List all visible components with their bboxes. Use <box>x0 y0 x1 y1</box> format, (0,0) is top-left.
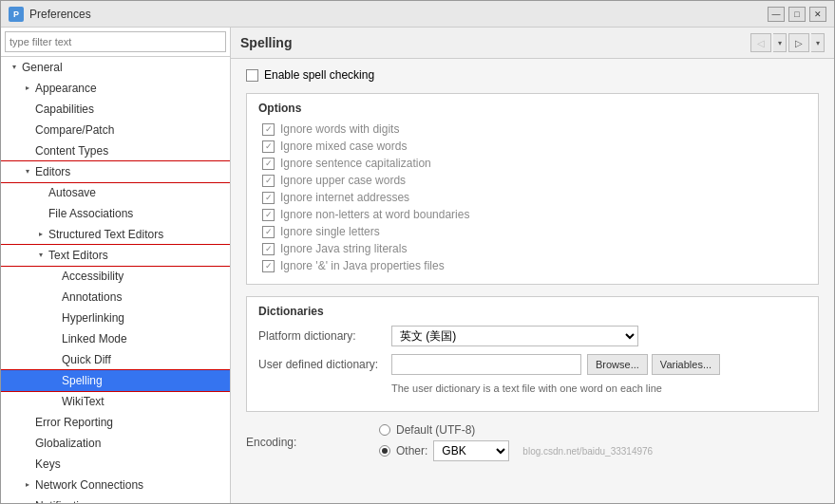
option-row-opt6: ✓Ignore non-letters at word boundaries <box>258 208 807 221</box>
checkbox-opt6[interactable]: ✓ <box>262 209 275 221</box>
forward-button[interactable]: ▷ <box>788 33 809 52</box>
spell-check-checkbox[interactable] <box>246 69 258 82</box>
dict-buttons: Browse... Variables... <box>587 354 720 375</box>
option-label-opt9: Ignore '&' in Java properties files <box>280 259 445 272</box>
sidebar-item-compare-patch[interactable]: Compare/Patch <box>1 120 230 140</box>
sidebar-item-notifications[interactable]: Notifications <box>1 495 230 503</box>
expand-icon-annotations <box>48 291 60 303</box>
encoding-select[interactable]: GBK <box>433 440 509 461</box>
sidebar-item-annotations[interactable]: Annotations <box>1 287 230 308</box>
default-encoding-label: Default (UTF-8) <box>396 423 475 437</box>
user-dict-input[interactable] <box>391 354 581 375</box>
option-row-opt9: ✓Ignore '&' in Java properties files <box>258 259 807 272</box>
sidebar-item-autosave[interactable]: Autosave <box>1 182 230 203</box>
sidebar-label-quick-diff: Quick Diff <box>62 351 111 368</box>
title-bar: P Preferences — □ ✕ <box>1 1 834 28</box>
main-content: ▾General▸AppearanceCapabilitiesCompare/P… <box>1 28 834 503</box>
expand-icon-error-reporting <box>22 417 33 428</box>
sidebar-item-content-types[interactable]: Content Types <box>1 140 230 161</box>
sidebar-label-spelling: Spelling <box>62 372 103 389</box>
sidebar-item-error-reporting[interactable]: Error Reporting <box>1 412 230 433</box>
search-input[interactable] <box>5 31 226 52</box>
sidebar-item-capabilities[interactable]: Capabilities <box>1 99 230 120</box>
other-encoding-row: Other: GBK blog.csdn.net/baidu_33314976 <box>379 440 653 461</box>
option-row-opt2: ✓Ignore mixed case words <box>258 140 807 153</box>
other-encoding-label: Other: <box>396 444 427 457</box>
back-button[interactable]: ◁ <box>750 33 771 52</box>
option-label-opt7: Ignore single letters <box>280 225 380 238</box>
spell-check-label: Enable spell checking <box>264 68 374 82</box>
sidebar-item-text-editors[interactable]: ▾Text Editors <box>1 245 230 266</box>
expand-icon-editors: ▾ <box>22 166 33 177</box>
right-panel: Spelling ◁ ▾ ▷ ▾ <box>231 28 834 503</box>
sidebar-item-accessibility[interactable]: Accessibility <box>1 266 230 287</box>
checkbox-opt2[interactable]: ✓ <box>262 140 275 153</box>
expand-icon-struct-text: ▸ <box>35 229 47 240</box>
expand-icon-spelling <box>48 375 60 386</box>
checkbox-opt1[interactable]: ✓ <box>262 123 275 136</box>
platform-dict-select[interactable]: 英文 (美国) <box>391 326 638 346</box>
dictionaries-title: Dictionaries <box>258 305 807 318</box>
checkbox-opt4[interactable]: ✓ <box>262 175 275 187</box>
option-label-opt2: Ignore mixed case words <box>280 140 407 153</box>
dict-hint: The user dictionary is a text file with … <box>258 383 807 394</box>
preferences-window: P Preferences — □ ✕ ▾General▸AppearanceC… <box>0 0 835 504</box>
back-dropdown[interactable]: ▾ <box>773 33 787 52</box>
sidebar-item-editors[interactable]: ▾Editors <box>1 161 230 182</box>
sidebar-item-hyperlinking[interactable]: Hyperlinking <box>1 308 230 328</box>
sidebar-item-linked-mode[interactable]: Linked Mode <box>1 328 230 349</box>
option-row-opt3: ✓Ignore sentence capitalization <box>258 157 807 170</box>
sidebar-item-spelling[interactable]: Spelling <box>1 370 230 391</box>
option-row-opt4: ✓Ignore upper case words <box>258 174 807 187</box>
sidebar-item-wikitext[interactable]: WikiText <box>1 391 230 412</box>
sidebar-item-network-conn[interactable]: ▸Network Connections <box>1 475 230 495</box>
sidebar-label-capabilities: Capabilities <box>35 101 94 118</box>
default-encoding-radio[interactable] <box>379 424 390 436</box>
sidebar-label-notifications: Notifications <box>35 497 97 503</box>
expand-icon-autosave <box>35 187 47 198</box>
sidebar-item-struct-text[interactable]: ▸Structured Text Editors <box>1 224 230 245</box>
window-title: Preferences <box>29 8 768 21</box>
checkbox-opt3[interactable]: ✓ <box>262 158 275 170</box>
user-dict-label: User defined dictionary: <box>258 358 391 371</box>
expand-icon-wikitext <box>48 396 60 407</box>
encoding-label: Encoding: <box>246 436 379 449</box>
sidebar-item-globalization[interactable]: Globalization <box>1 433 230 454</box>
sidebar-item-keys[interactable]: Keys <box>1 454 230 475</box>
checkbox-opt8[interactable]: ✓ <box>262 243 275 255</box>
sidebar-label-content-types: Content Types <box>35 142 108 159</box>
checkbox-opt9[interactable]: ✓ <box>262 260 275 272</box>
checkbox-opt7[interactable]: ✓ <box>262 226 275 238</box>
sidebar: ▾General▸AppearanceCapabilitiesCompare/P… <box>1 28 231 503</box>
enable-spell-check[interactable]: Enable spell checking <box>246 68 374 82</box>
forward-dropdown[interactable]: ▾ <box>811 33 825 52</box>
expand-icon-hyperlinking <box>48 312 60 324</box>
minimize-button[interactable]: — <box>768 7 785 22</box>
sidebar-item-general[interactable]: ▾General <box>1 57 230 78</box>
sidebar-item-quick-diff[interactable]: Quick Diff <box>1 349 230 370</box>
dictionaries-section: Dictionaries Platform dictionary: 英文 (美国… <box>246 296 819 412</box>
search-box <box>1 28 230 57</box>
sidebar-label-hyperlinking: Hyperlinking <box>62 309 124 327</box>
platform-dict-label: Platform dictionary: <box>258 329 391 343</box>
options-section: Options ✓Ignore words with digits✓Ignore… <box>246 93 819 285</box>
checkbox-opt5[interactable]: ✓ <box>262 192 275 204</box>
sidebar-label-accessibility: Accessibility <box>62 268 123 285</box>
window-controls: — □ ✕ <box>768 7 826 22</box>
browse-button[interactable]: Browse... <box>587 354 648 375</box>
back-dropdown-icon: ▾ <box>778 39 782 47</box>
sidebar-label-globalization: Globalization <box>35 435 101 452</box>
option-label-opt4: Ignore upper case words <box>280 174 406 187</box>
sidebar-label-general: General <box>22 59 63 76</box>
close-button[interactable]: ✕ <box>809 7 826 22</box>
sidebar-label-editors: Editors <box>35 163 70 180</box>
option-row-opt7: ✓Ignore single letters <box>258 225 807 238</box>
option-row-opt5: ✓Ignore internet addresses <box>258 191 807 204</box>
other-encoding-radio[interactable] <box>379 445 390 457</box>
variables-button[interactable]: Variables... <box>652 354 720 375</box>
sidebar-item-file-assoc[interactable]: File Associations <box>1 203 230 224</box>
maximize-button[interactable]: □ <box>788 7 806 22</box>
sidebar-label-text-editors: Text Editors <box>48 247 108 264</box>
sidebar-item-appearance[interactable]: ▸Appearance <box>1 78 230 99</box>
watermark-text: blog.csdn.net/baidu_33314976 <box>522 446 653 457</box>
